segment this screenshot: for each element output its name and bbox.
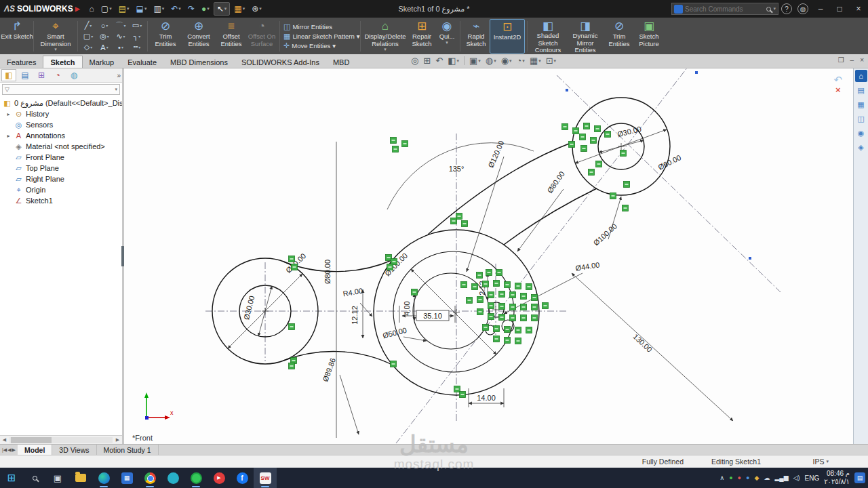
dimension-d30-right[interactable]: Ø30.00 <box>616 125 642 138</box>
display-style-icon[interactable]: ◍▾ <box>486 56 496 66</box>
dimension-v35[interactable]: 35.10 <box>423 312 442 320</box>
quick-snaps-button[interactable]: ◉ Qui...▾ <box>436 19 458 54</box>
configurationmanager-tab[interactable]: ⊞ <box>34 69 49 81</box>
dimxpertmanager-tab[interactable]: ◔ <box>50 69 65 81</box>
selection-point[interactable] <box>749 257 751 260</box>
repair-sketch-button[interactable]: ⊞ Repair Sketch <box>408 19 436 54</box>
tree-root-item[interactable]: ◧ مشروع 0 (Default<<Default>_Displa <box>0 98 122 108</box>
shaded-sketch-contours-button[interactable]: ◧ Shaded Sketch Contours <box>530 19 566 54</box>
sketch-entities-button[interactable]: ▦▾ <box>231 3 248 15</box>
task-view-icon[interactable]: ▣ <box>46 468 69 488</box>
dimension-r4[interactable]: R4.00 <box>342 287 363 298</box>
view-orientation-icon[interactable]: ▣▾ <box>469 56 481 66</box>
sketch-geometry[interactable] <box>212 98 670 395</box>
tree-item-history[interactable]: ▸ ⊙ History <box>0 108 122 119</box>
tree-item-front-plane[interactable]: ▱ Front Plane <box>0 152 122 163</box>
confirm-sketch-icon[interactable]: ↶ <box>833 74 842 85</box>
tab-model[interactable]: Model <box>18 445 52 455</box>
convert-entities-button[interactable]: ⊕ Convert Entities <box>181 19 216 54</box>
apply-scene-icon[interactable]: ▦▾ <box>530 56 541 66</box>
dimension-d89[interactable]: Ø89.86 <box>321 357 337 383</box>
move-entities-button[interactable]: ✛Move Entities▾ <box>282 41 358 50</box>
file-explorer-pane-icon[interactable]: ▦ <box>855 98 867 110</box>
offset-entities-button[interactable]: ≡ Offset Entities <box>216 19 246 54</box>
tab-scroll-first-icon[interactable]: |◀ <box>2 447 7 453</box>
dimension-d80-diag[interactable]: Ø80.00 <box>545 169 566 194</box>
edge-icon[interactable] <box>92 468 115 488</box>
arc-tool[interactable]: ⌒▾ <box>113 20 129 31</box>
expand-arrow-icon[interactable]: ▸ <box>5 111 12 117</box>
text-tool[interactable]: A▾ <box>96 42 113 53</box>
tree-item-sketch1[interactable]: ∠ Sketch1 <box>0 195 122 206</box>
options-button[interactable]: ⊛▾ <box>249 3 264 15</box>
tab-scroll-left-icon[interactable]: ◀ <box>7 447 11 453</box>
graphics-viewport[interactable]: Ø120.00 Ø30.00 Ø60.00 Ø80.00 135° Ø100.0… <box>124 68 853 444</box>
edit-appearance-icon[interactable]: ◔▾ <box>517 56 525 66</box>
dimension-v130[interactable]: 130.00 <box>631 332 654 354</box>
dimension-a135[interactable]: 135° <box>449 165 465 173</box>
search-commands-input[interactable] <box>685 5 764 13</box>
tray-icon-yellow[interactable]: ◆ <box>754 474 759 481</box>
section-view-icon[interactable]: ◧▾ <box>448 56 459 66</box>
view-settings-icon[interactable]: ⊡▾ <box>546 56 556 66</box>
point-tool[interactable]: •▾ <box>113 42 129 53</box>
previous-view-icon[interactable]: ↶ <box>435 56 443 66</box>
fillet-tool[interactable]: ╮▾ <box>129 31 145 42</box>
instant2d-button[interactable]: ⊡ Instant2D <box>490 19 525 54</box>
dimension-d30-left[interactable]: Ø30.00 <box>242 295 256 321</box>
selection-point[interactable] <box>695 71 698 74</box>
save-button[interactable]: ⬓▾ <box>134 3 150 15</box>
scroll-right-icon[interactable]: ▶ <box>113 436 122 444</box>
command-search-box[interactable]: ▾ <box>671 3 778 15</box>
tab-solidworks-addins[interactable]: SOLIDWORKS Add-Ins <box>235 56 326 68</box>
home-button[interactable]: ⌂ <box>87 3 97 15</box>
dimension-d120[interactable]: Ø120.00 <box>486 140 505 169</box>
dimension-d44[interactable]: Ø44.00 <box>575 260 601 272</box>
volume-icon[interactable]: ◁) <box>793 474 800 481</box>
tab-scroll-right-icon[interactable]: ▶ <box>12 447 16 453</box>
sketch-picture-button[interactable]: ▣ Sketch Picture <box>634 19 664 54</box>
hide-show-items-icon[interactable]: ◉▾ <box>501 56 512 66</box>
redo-button[interactable]: ↷ <box>185 3 197 15</box>
zoom-to-area-icon[interactable]: ⊞ <box>423 56 431 66</box>
undo-button[interactable]: ↶▾ <box>168 3 184 15</box>
h (hidden-icons-chevron)[interactable]: ∧ <box>720 474 725 481</box>
sketch-canvas[interactable]: Ø120.00 Ø30.00 Ø60.00 Ø80.00 135° Ø100.0… <box>124 68 852 444</box>
scrollbar-thumb[interactable] <box>11 437 52 443</box>
rectangle-tool[interactable]: ▢▾ <box>80 31 96 42</box>
dimension-v12[interactable]: 12.12 <box>351 306 359 325</box>
tree-filter-box[interactable]: ▽ ▾ <box>2 84 120 95</box>
account-icon[interactable]: ◍ <box>797 3 808 14</box>
zoom-to-fit-icon[interactable]: ◎ <box>411 56 418 66</box>
appearances-icon[interactable]: ◉ <box>855 127 867 139</box>
trim-entities-button[interactable]: ⊘ Trim Entities <box>150 19 181 54</box>
panel-expand-icon[interactable]: » <box>117 72 121 79</box>
whatsapp-icon[interactable] <box>184 468 208 488</box>
tree-item-top-plane[interactable]: ▱ Top Plane <box>0 163 122 174</box>
circle-tool[interactable]: ○▾ <box>96 20 113 31</box>
tab-motion-study[interactable]: Motion Study 1 <box>97 445 159 455</box>
solidworks-resources-icon[interactable]: ⌂ <box>855 70 867 82</box>
tree-item-sensors[interactable]: ◎ Sensors <box>0 119 122 130</box>
taskbar-search-icon[interactable] <box>23 468 46 488</box>
smart-dimension-button[interactable]: ⌖ Smart Dimension▾ <box>36 19 75 54</box>
mirror-entities-button[interactable]: ◫Mirror Entities <box>282 22 358 31</box>
exit-sketch-button[interactable]: ↱ Exit Sketch <box>3 19 31 54</box>
app-icon-blue[interactable]: ▦ <box>115 468 138 488</box>
expand-arrow-icon[interactable]: ▸ <box>5 133 12 139</box>
slot-tool[interactable]: ▭▾ <box>129 20 145 31</box>
start-button[interactable]: ⊞ <box>0 468 23 488</box>
propertymanager-tab[interactable]: ▤ <box>18 69 33 81</box>
dynamic-mirror-button[interactable]: ◨ Dynamic Mirror Entities <box>566 19 604 54</box>
dimension-d100-right[interactable]: Ø100.00 <box>592 222 618 247</box>
viewport-minimize-icon[interactable]: – <box>850 56 854 64</box>
new-file-button[interactable]: ▢▾ <box>98 3 115 15</box>
facebook-icon[interactable]: f <box>231 468 254 488</box>
view-palette-icon[interactable]: ◫ <box>855 113 867 125</box>
search-dropdown-icon[interactable]: ▾ <box>773 6 776 12</box>
onedrive-icon[interactable]: ☁︎ <box>764 474 770 481</box>
tab-evaluate[interactable]: Evaluate <box>121 56 163 68</box>
tree-item-material[interactable]: ◈ Material <not specified> <box>0 141 122 152</box>
maximize-button[interactable]: □ <box>830 0 849 18</box>
tab-features[interactable]: Features <box>0 56 43 68</box>
